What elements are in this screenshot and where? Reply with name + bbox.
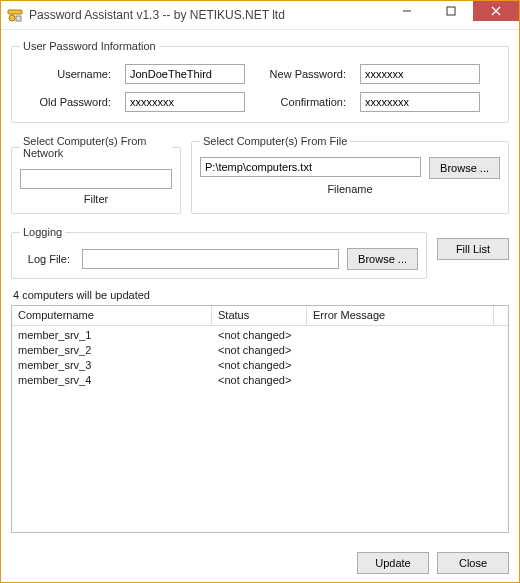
new-password-input[interactable] bbox=[360, 64, 480, 84]
select-from-network-legend: Select Computer(s) From Network bbox=[20, 135, 172, 159]
old-password-label: Old Password: bbox=[20, 96, 111, 108]
header-error[interactable]: Error Message bbox=[307, 306, 494, 325]
cell-status: <not changed> bbox=[212, 374, 307, 386]
maximize-button[interactable] bbox=[429, 1, 473, 21]
filter-label: Filter bbox=[20, 193, 172, 205]
logging-group: Logging Log File: Browse ... bbox=[11, 226, 427, 279]
username-input[interactable] bbox=[125, 64, 245, 84]
svg-rect-0 bbox=[8, 10, 22, 14]
svg-rect-4 bbox=[447, 7, 455, 15]
cell-computername: member_srv_4 bbox=[12, 374, 212, 386]
select-from-network-group: Select Computer(s) From Network Filter bbox=[11, 135, 181, 214]
svg-point-1 bbox=[9, 15, 15, 21]
status-text: 4 computers will be updated bbox=[13, 289, 509, 301]
list-header: Computername Status Error Message bbox=[12, 306, 508, 326]
table-row[interactable]: member_srv_4<not changed> bbox=[12, 372, 508, 387]
filename-label: Filename bbox=[200, 183, 500, 195]
app-icon bbox=[7, 7, 23, 23]
file-path-input[interactable] bbox=[200, 157, 421, 177]
user-password-info-legend: User Password Information bbox=[20, 40, 159, 52]
update-button[interactable]: Update bbox=[357, 552, 429, 574]
user-password-info-group: User Password Information Username: New … bbox=[11, 40, 509, 123]
table-row[interactable]: member_srv_2<not changed> bbox=[12, 342, 508, 357]
close-button[interactable]: Close bbox=[437, 552, 509, 574]
browse-log-button[interactable]: Browse ... bbox=[347, 248, 418, 270]
select-from-file-legend: Select Computer(s) From File bbox=[200, 135, 350, 147]
header-status[interactable]: Status bbox=[212, 306, 307, 325]
cell-computername: member_srv_1 bbox=[12, 329, 212, 341]
log-file-label: Log File: bbox=[20, 253, 70, 265]
table-row[interactable]: member_srv_1<not changed> bbox=[12, 327, 508, 342]
logging-legend: Logging bbox=[20, 226, 65, 238]
close-window-button[interactable] bbox=[473, 1, 519, 21]
cell-computername: member_srv_3 bbox=[12, 359, 212, 371]
header-spacer bbox=[494, 306, 508, 325]
cell-computername: member_srv_2 bbox=[12, 344, 212, 356]
network-filter-input[interactable] bbox=[20, 169, 172, 189]
log-file-input[interactable] bbox=[82, 249, 339, 269]
browse-file-button[interactable]: Browse ... bbox=[429, 157, 500, 179]
titlebar: Password Assistant v1.3 -- by NETIKUS.NE… bbox=[1, 1, 519, 30]
confirmation-label: Confirmation: bbox=[255, 96, 346, 108]
cell-status: <not changed> bbox=[212, 329, 307, 341]
table-row[interactable]: member_srv_3<not changed> bbox=[12, 357, 508, 372]
svg-rect-2 bbox=[16, 16, 21, 21]
minimize-button[interactable] bbox=[385, 1, 429, 21]
select-from-file-group: Select Computer(s) From File Browse ... … bbox=[191, 135, 509, 214]
fill-list-button[interactable]: Fill List bbox=[437, 238, 509, 260]
cell-status: <not changed> bbox=[212, 359, 307, 371]
window-title: Password Assistant v1.3 -- by NETIKUS.NE… bbox=[29, 8, 385, 22]
computer-list[interactable]: Computername Status Error Message member… bbox=[11, 305, 509, 533]
window-controls bbox=[385, 1, 519, 29]
cell-status: <not changed> bbox=[212, 344, 307, 356]
header-computername[interactable]: Computername bbox=[12, 306, 212, 325]
old-password-input[interactable] bbox=[125, 92, 245, 112]
username-label: Username: bbox=[20, 68, 111, 80]
new-password-label: New Password: bbox=[255, 68, 346, 80]
confirmation-input[interactable] bbox=[360, 92, 480, 112]
